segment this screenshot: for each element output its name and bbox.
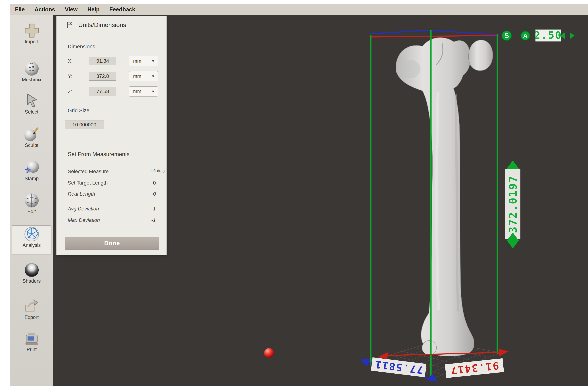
auto-badge-a[interactable]: A <box>521 31 530 40</box>
measure-row-target-length: Set Target Length 0 <box>57 180 167 190</box>
height-measure-value: 372.0197 <box>507 175 519 233</box>
sidebar-item-label: Sculpt <box>25 143 38 148</box>
y-unit-dropdown[interactable]: mm ▼ <box>129 71 158 81</box>
red-arrow-right <box>498 349 509 356</box>
bone-model[interactable] <box>396 37 493 356</box>
import-plus-icon <box>23 22 40 39</box>
sidebar-item-shaders[interactable]: Shaders <box>12 262 51 291</box>
shaders-chrome-sphere-icon <box>23 262 40 278</box>
x-unit-dropdown[interactable]: mm ▼ <box>129 56 158 66</box>
measure-row-real-length: Real Length 0 <box>57 191 167 200</box>
auto-badge-a-letter: A <box>523 32 528 39</box>
sidebar-item-sculpt[interactable]: Sculpt <box>12 126 51 155</box>
sidebar-item-print[interactable]: Print <box>12 330 51 359</box>
chevron-down-icon: ▼ <box>151 90 155 94</box>
selected-measure-value: left-drag <box>151 169 165 173</box>
measure-row-selected: Selected Measure left-drag <box>57 169 167 178</box>
selected-measure-label: Selected Measure <box>68 169 109 174</box>
sidebar-item-stamp[interactable]: ⚜ Stamp <box>12 159 51 188</box>
y-label: Y: <box>68 73 73 79</box>
grid-size-field[interactable]: 10.000000 <box>65 120 104 129</box>
measure-row-avg-deviation: Avg Deviation -1 <box>57 206 167 215</box>
menu-bar: File Actions View Help Feedback <box>10 4 588 15</box>
panel-title: Units/Dimensions <box>78 21 126 28</box>
tool-sidebar: Import Meshmix Select Sculpt <box>10 15 53 386</box>
width-measure-label[interactable]: 91.3417 <box>445 358 504 378</box>
sidebar-item-edit[interactable]: Edit <box>12 192 51 221</box>
sidebar-item-label: Analysis <box>22 242 41 248</box>
sidebar-item-export[interactable]: Export <box>12 298 51 327</box>
max-deviation-value: -1 <box>151 217 156 223</box>
svg-text:⚜: ⚜ <box>24 166 31 175</box>
dimensions-heading: Dimensions <box>68 44 95 50</box>
sidebar-item-label: Import <box>25 39 39 45</box>
sidebar-item-import[interactable]: Import <box>12 22 51 51</box>
sidebar-item-label: Print <box>27 347 37 352</box>
meshmixer-window: File Actions View Help Feedback <box>10 4 588 386</box>
menu-file[interactable]: File <box>15 6 25 13</box>
max-deviation-label: Max Deviation <box>68 217 100 223</box>
printer-icon <box>23 330 40 347</box>
units-dimensions-panel: Units/Dimensions Dimensions X: 91.34 mm … <box>56 16 167 255</box>
menu-feedback[interactable]: Feedback <box>109 6 135 13</box>
x-value-field[interactable]: 91.34 <box>89 57 116 65</box>
y-value-field[interactable]: 372.0 <box>89 72 116 81</box>
z-unit-dropdown[interactable]: mm ▼ <box>129 86 158 97</box>
edit-wireframe-icon <box>23 192 40 209</box>
export-arrow-icon <box>23 298 40 315</box>
panel-header: Units/Dimensions <box>66 21 126 29</box>
sculpt-brush-icon <box>23 126 40 143</box>
x-unit-value: mm <box>133 58 141 64</box>
set-target-length-value[interactable]: 0 <box>153 180 156 186</box>
dimension-row-z: Z: 77.58 mm ▼ <box>57 87 167 97</box>
scale-badge-s[interactable]: S <box>502 31 511 41</box>
sidebar-item-label: Shaders <box>22 278 41 284</box>
sidebar-item-meshmix[interactable]: Meshmix <box>12 60 51 89</box>
sidebar-item-label: Meshmix <box>22 77 41 83</box>
meshmix-face-icon <box>23 60 40 77</box>
menu-view[interactable]: View <box>65 6 78 13</box>
set-from-measurements-heading: Set From Measurements <box>68 151 129 158</box>
done-button[interactable]: Done <box>65 237 159 250</box>
depth-measure-label[interactable]: 77.5811 <box>371 357 427 377</box>
real-length-label: Real Length <box>68 191 95 197</box>
grid-size-heading: Grid Size <box>68 107 89 113</box>
analysis-mesh-icon <box>23 226 40 242</box>
zoom-value: 2.50 <box>534 29 562 41</box>
sidebar-item-select[interactable]: Select <box>12 93 51 121</box>
bounding-box-top-edges <box>371 30 497 37</box>
menu-help[interactable]: Help <box>87 6 99 13</box>
height-measure-label[interactable]: 372.0197 <box>505 169 520 239</box>
y-unit-value: mm <box>133 74 141 79</box>
bone-fragment[interactable] <box>469 40 493 71</box>
bone-outline[interactable] <box>396 37 474 356</box>
z-unit-value: mm <box>133 89 141 94</box>
divider <box>57 35 167 35</box>
chevron-down-icon: ▼ <box>151 74 155 78</box>
width-measure-value: 91.3417 <box>449 360 499 377</box>
measure-row-max-deviation: Max Deviation -1 <box>57 217 167 227</box>
blue-arrow-right <box>427 374 438 382</box>
real-length-value: 0 <box>153 191 156 197</box>
divider <box>57 162 167 162</box>
pivot-sphere[interactable] <box>264 348 274 358</box>
units-dimensions-icon <box>66 21 74 29</box>
avg-deviation-value: -1 <box>151 206 156 212</box>
x-label: X: <box>68 58 73 64</box>
bone-highlight <box>437 93 438 309</box>
dimension-row-x: X: 91.34 mm ▼ <box>57 56 167 67</box>
sidebar-item-label: Edit <box>27 209 36 214</box>
select-cursor-icon <box>23 93 40 109</box>
stamp-fleur-icon: ⚜ <box>23 159 40 176</box>
zoom-increase-arrow-icon[interactable] <box>570 32 575 39</box>
z-label: Z: <box>68 89 73 95</box>
sidebar-item-label: Export <box>24 315 39 320</box>
scale-badge-s-letter: S <box>504 32 509 39</box>
chevron-down-icon: ▼ <box>151 59 155 63</box>
sidebar-item-label: Select <box>25 109 38 115</box>
zoom-readout[interactable]: 2.50 <box>534 29 562 41</box>
menu-actions[interactable]: Actions <box>34 6 55 13</box>
sidebar-item-analysis[interactable]: Analysis <box>12 225 51 254</box>
dimension-row-y: Y: 372.0 mm ▼ <box>57 72 167 82</box>
z-value-field[interactable]: 77.58 <box>89 87 116 96</box>
